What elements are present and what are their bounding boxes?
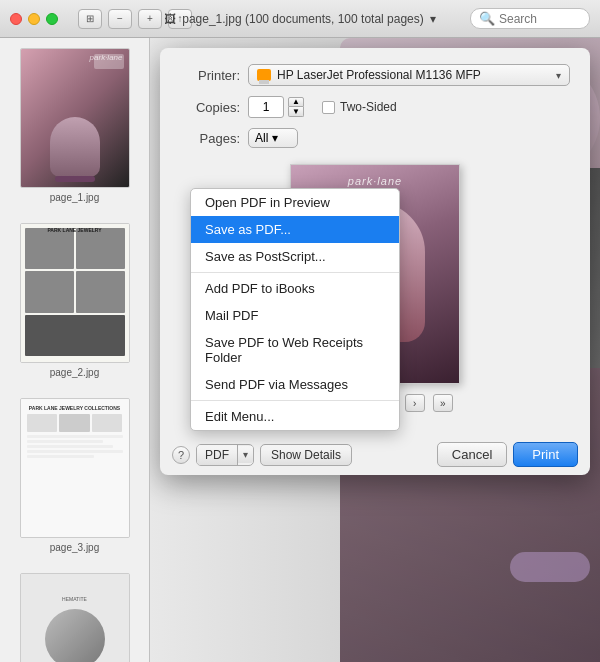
print-dialog: Printer: HP LaserJet Professional M1136 … — [160, 48, 590, 475]
sidebar-item-page2[interactable]: PARK LANE JEWELRY page_2.jpg — [6, 223, 143, 378]
title-bar: ⊞ − + ↑ 🖼 page_1.jpg (100 documents, 100… — [0, 0, 600, 38]
print-button[interactable]: Print — [513, 442, 578, 467]
page-label-3: page_3.jpg — [50, 542, 100, 553]
sidebar-item-page3[interactable]: PARK LANE JEWELRY COLLECTIONS p — [6, 398, 143, 553]
pdf-menu-divider-1 — [191, 272, 399, 273]
two-sided-label: Two-Sided — [340, 100, 397, 114]
minimize-button[interactable] — [28, 13, 40, 25]
printer-row: Printer: HP LaserJet Professional M1136 … — [180, 64, 570, 86]
document-icon: 🖼 — [164, 12, 176, 26]
copies-input[interactable] — [248, 96, 284, 118]
search-icon: 🔍 — [479, 11, 495, 26]
sidebar: park·lane page_1.jpg — [0, 38, 150, 662]
close-button[interactable] — [10, 13, 22, 25]
copies-decrement-button[interactable]: ▼ — [288, 107, 304, 117]
show-details-button[interactable]: Show Details — [260, 444, 352, 466]
copies-row: Copies: ▲ ▼ Two-Sided — [180, 96, 570, 118]
pdf-menu-edit-menu[interactable]: Edit Menu... — [191, 403, 399, 430]
main-area: park·lane page_1.jpg — [0, 38, 600, 662]
next-page-button[interactable]: › — [405, 394, 425, 412]
chevron-down-icon: ▾ — [430, 12, 436, 26]
page-label-2: page_2.jpg — [50, 367, 100, 378]
search-bar[interactable]: 🔍 — [470, 8, 590, 29]
printer-icon — [257, 69, 271, 81]
pdf-menu-save-postscript[interactable]: Save as PostScript... — [191, 243, 399, 270]
page-thumb-3: PARK LANE JEWELRY COLLECTIONS — [20, 398, 130, 538]
pdf-menu-send-messages[interactable]: Send PDF via Messages — [191, 371, 399, 398]
copies-increment-button[interactable]: ▲ — [288, 97, 304, 107]
pdf-menu-web-receipts[interactable]: Save PDF to Web Receipts Folder — [191, 329, 399, 371]
copies-control: ▲ ▼ — [248, 96, 304, 118]
cancel-button[interactable]: Cancel — [437, 442, 507, 467]
sidebar-toggle-button[interactable]: ⊞ — [78, 9, 102, 29]
zoom-out-button[interactable]: − — [108, 9, 132, 29]
two-sided-control[interactable]: Two-Sided — [322, 100, 397, 114]
printer-label: Printer: — [180, 68, 240, 83]
help-button[interactable]: ? — [172, 446, 190, 464]
pdf-menu-save-as-pdf[interactable]: Save as PDF... — [191, 216, 399, 243]
sidebar-item-page4[interactable]: HEMATITE — [6, 573, 143, 662]
last-page-button[interactable]: » — [433, 394, 453, 412]
maximize-button[interactable] — [46, 13, 58, 25]
pdf-menu-mail-pdf[interactable]: Mail PDF — [191, 302, 399, 329]
content-area: park * lane Printer: HP LaserJet Profess… — [150, 38, 600, 662]
pdf-menu-open-preview[interactable]: Open PDF in Preview — [191, 189, 399, 216]
page-thumb-4: HEMATITE — [20, 573, 130, 662]
pages-row: Pages: All ▾ — [180, 128, 570, 148]
pdf-dropdown-menu: Open PDF in Preview Save as PDF... Save … — [190, 188, 400, 431]
printer-name: HP LaserJet Professional M1136 MFP — [277, 68, 550, 82]
zoom-in-button[interactable]: + — [138, 9, 162, 29]
pdf-label: PDF — [197, 445, 238, 465]
two-sided-checkbox[interactable] — [322, 101, 335, 114]
printer-arrow-icon: ▾ — [556, 70, 561, 81]
page-thumb-2: PARK LANE JEWELRY — [20, 223, 130, 363]
pdf-button-group[interactable]: PDF ▾ — [196, 444, 254, 466]
page-label-1: page_1.jpg — [50, 192, 100, 203]
pdf-menu-divider-2 — [191, 400, 399, 401]
copies-stepper: ▲ ▼ — [288, 97, 304, 117]
pages-select[interactable]: All ▾ — [248, 128, 298, 148]
preview-logo: park·lane — [348, 175, 402, 187]
pages-value: All — [255, 131, 268, 145]
title-center: 🖼 page_1.jpg (100 documents, 100 total p… — [164, 12, 436, 26]
printer-select[interactable]: HP LaserJet Professional M1136 MFP ▾ — [248, 64, 570, 86]
dialog-bottom-bar: ? PDF ▾ Show Details Cancel Print Open P… — [160, 434, 590, 475]
pdf-menu-add-ibooks[interactable]: Add PDF to iBooks — [191, 275, 399, 302]
search-input[interactable] — [499, 12, 589, 26]
pdf-dropdown-arrow[interactable]: ▾ — [238, 446, 253, 463]
pages-label: Pages: — [180, 131, 240, 146]
window-title: page_1.jpg (100 documents, 100 total pag… — [182, 12, 424, 26]
copies-label: Copies: — [180, 100, 240, 115]
pages-arrow-icon: ▾ — [272, 131, 278, 145]
page-thumb-1: park·lane — [20, 48, 130, 188]
sidebar-item-page1[interactable]: park·lane page_1.jpg — [6, 48, 143, 203]
traffic-lights — [10, 13, 58, 25]
